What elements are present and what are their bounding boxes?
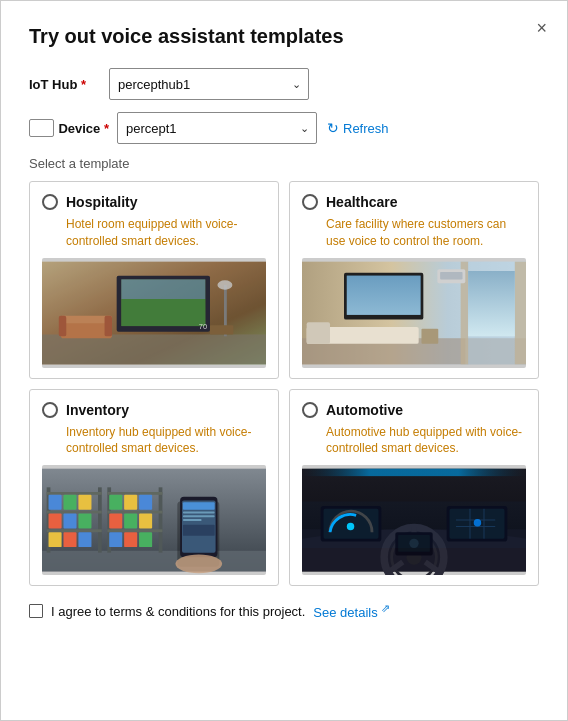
automotive-radio[interactable]	[302, 402, 318, 418]
svg-rect-65	[183, 516, 215, 518]
svg-rect-35	[47, 511, 102, 514]
svg-rect-42	[78, 514, 91, 529]
svg-rect-57	[109, 532, 122, 547]
svg-rect-49	[107, 511, 162, 514]
svg-rect-20	[515, 261, 526, 364]
footer-row: I agree to terms & conditions for this p…	[29, 602, 539, 620]
hospitality-title: Hospitality	[66, 194, 138, 210]
inventory-desc: Inventory hub equipped with voice-contro…	[42, 424, 266, 458]
see-details-link[interactable]: See details ⇗	[313, 602, 390, 620]
iot-hub-control: percepthub1 ⌄	[109, 68, 309, 100]
iot-hub-required: *	[77, 77, 86, 92]
svg-rect-36	[47, 530, 102, 533]
svg-rect-29	[421, 328, 438, 343]
select-template-label: Select a template	[29, 156, 539, 171]
iot-hub-select[interactable]: percepthub1	[109, 68, 309, 100]
external-link-icon: ⇗	[381, 602, 390, 614]
refresh-button[interactable]: ↻ Refresh	[327, 120, 389, 136]
hospitality-header: Hospitality	[42, 194, 266, 210]
device-required: *	[100, 121, 109, 136]
svg-rect-48	[107, 492, 162, 495]
iot-hub-select-wrapper: percepthub1 ⌄	[109, 68, 309, 100]
device-select-wrapper: percept1 ⌄	[117, 112, 317, 144]
svg-rect-37	[49, 495, 62, 510]
svg-rect-91	[302, 502, 526, 549]
svg-rect-51	[109, 495, 122, 510]
dialog-container: Try out voice assistant templates × IoT …	[0, 0, 568, 721]
svg-rect-43	[49, 532, 62, 547]
svg-rect-66	[183, 519, 202, 521]
refresh-icon: ↻	[327, 120, 339, 136]
svg-rect-45	[78, 532, 91, 547]
svg-rect-50	[107, 530, 162, 533]
inventory-header: Inventory	[42, 402, 266, 418]
svg-rect-52	[124, 495, 137, 510]
inventory-image	[42, 465, 266, 575]
svg-rect-47	[159, 488, 163, 553]
healthcare-desc: Care facility where customers can use vo…	[302, 216, 526, 250]
svg-rect-39	[78, 495, 91, 510]
svg-rect-38	[63, 495, 76, 510]
svg-rect-33	[98, 488, 102, 553]
template-card-healthcare[interactable]: Healthcare Care facility where customers…	[289, 181, 539, 379]
healthcare-title: Healthcare	[326, 194, 398, 210]
device-control: percept1 ⌄ ↻ Refresh	[117, 112, 389, 144]
svg-rect-15	[42, 261, 266, 364]
svg-rect-67	[183, 525, 215, 536]
templates-grid: Hospitality Hotel room equipped with voi…	[29, 181, 539, 586]
svg-rect-21	[468, 271, 515, 336]
svg-rect-64	[183, 512, 215, 514]
inventory-radio[interactable]	[42, 402, 58, 418]
healthcare-image	[302, 258, 526, 368]
automotive-header: Automotive	[302, 402, 526, 418]
svg-rect-70	[302, 469, 526, 476]
device-label: Device *	[58, 121, 109, 136]
svg-rect-26	[347, 275, 421, 314]
svg-rect-41	[63, 514, 76, 529]
device-icon	[29, 119, 54, 137]
automotive-desc: Automotive hub equipped with voice-contr…	[302, 424, 526, 458]
healthcare-header: Healthcare	[302, 194, 526, 210]
template-card-hospitality[interactable]: Hospitality Hotel room equipped with voi…	[29, 181, 279, 379]
hospitality-desc: Hotel room equipped with voice-controlle…	[42, 216, 266, 250]
device-label-wrapper: Device *	[29, 119, 109, 137]
terms-checkbox[interactable]	[29, 604, 43, 618]
dialog-title: Try out voice assistant templates	[29, 25, 539, 48]
terms-text: I agree to terms & conditions for this p…	[51, 604, 305, 619]
svg-rect-53	[139, 495, 152, 510]
svg-point-68	[175, 555, 222, 574]
hospitality-radio[interactable]	[42, 194, 58, 210]
device-row: Device * percept1 ⌄ ↻ Refresh	[29, 112, 539, 144]
hospitality-image: 70	[42, 258, 266, 368]
inventory-title: Inventory	[66, 402, 129, 418]
svg-rect-23	[440, 272, 462, 279]
iot-hub-row: IoT Hub * percepthub1 ⌄	[29, 68, 539, 100]
svg-rect-56	[139, 514, 152, 529]
svg-rect-63	[183, 502, 215, 509]
template-card-automotive[interactable]: Automotive Automotive hub equipped with …	[289, 389, 539, 587]
iot-hub-label: IoT Hub *	[29, 77, 109, 92]
close-button[interactable]: ×	[536, 19, 547, 37]
svg-rect-31	[42, 551, 266, 572]
template-card-inventory[interactable]: Inventory Inventory hub equipped with vo…	[29, 389, 279, 587]
svg-rect-28	[307, 322, 330, 343]
svg-rect-40	[49, 514, 62, 529]
automotive-title: Automotive	[326, 402, 403, 418]
device-select[interactable]: percept1	[117, 112, 317, 144]
automotive-image	[302, 465, 526, 575]
svg-rect-54	[109, 514, 122, 529]
healthcare-radio[interactable]	[302, 194, 318, 210]
svg-rect-58	[124, 532, 137, 547]
svg-rect-44	[63, 532, 76, 547]
svg-rect-55	[124, 514, 137, 529]
svg-rect-59	[139, 532, 152, 547]
svg-rect-34	[47, 492, 102, 495]
